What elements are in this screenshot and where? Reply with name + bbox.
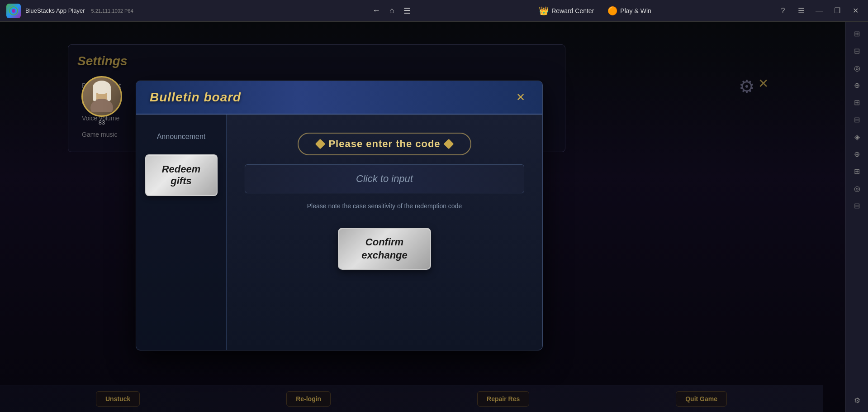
bottom-bar: Unstuck Re-login Repair Res Quit Game [0, 385, 823, 412]
confirm-exchange-button[interactable]: Confirm exchange [338, 228, 431, 270]
settings-title: Settings [77, 54, 556, 68]
sidebar-icon-2[interactable]: ⊟ [849, 43, 865, 59]
bulletin-modal: Bulletin board ✕ Announcement Redeem gif… [136, 81, 543, 350]
bulletin-close-button[interactable]: ✕ [512, 89, 529, 105]
titlebar-nav: ← ⌂ ☰ [363, 6, 420, 16]
close-button[interactable]: ✕ [849, 5, 862, 17]
right-sidebar: ⊞ ⊟ ◎ ⊕ ⊞ ⊟ ◈ ⊕ ⊞ ◎ ⊟ ⚙ [845, 22, 868, 412]
svg-rect-3 [93, 87, 96, 101]
sidebar-icon-10[interactable]: ◎ [849, 180, 865, 196]
svg-point-6 [12, 9, 15, 13]
help-button[interactable]: ? [777, 5, 789, 17]
app-version: 5.21.111.1002 P64 [91, 8, 133, 14]
gear-bg-icon: ⚙ [739, 76, 755, 97]
app-icon [6, 4, 21, 18]
code-hint-text: Please note the case sensitivity of the … [307, 202, 462, 210]
code-badge-bg: Please enter the code [298, 133, 471, 155]
home-button[interactable]: ⌂ [389, 6, 394, 15]
sidebar-icon-5[interactable]: ⊞ [849, 94, 865, 110]
avatar [81, 76, 122, 117]
tab-announcement[interactable]: Announcement [152, 128, 210, 145]
bulletin-title: Bulletin board [150, 90, 241, 105]
bg-close-icon[interactable]: ✕ [758, 76, 768, 91]
repair-res-button[interactable]: Repair Res [477, 391, 529, 407]
maximize-button[interactable]: ❐ [831, 5, 844, 17]
minimize-button[interactable]: — [813, 5, 825, 17]
code-input-wrapper [245, 164, 524, 193]
sidebar-icon-9[interactable]: ⊞ [849, 163, 865, 179]
tab-redeem-gifts[interactable]: Redeem gifts [145, 154, 218, 196]
back-button[interactable]: ← [372, 6, 380, 15]
play-win-label: Play & Win [620, 7, 651, 14]
crown-icon: 👑 [539, 6, 549, 16]
character-level: 83 [99, 119, 105, 126]
titlebar-left: BlueStacks App Player 5.21.111.1002 P64 [0, 4, 363, 18]
diamond-left-icon [315, 139, 326, 149]
diamond-right-icon [443, 139, 454, 149]
bulletin-content: Please enter the code Please note the ca… [227, 115, 542, 350]
confirm-button-label: Confirm exchange [361, 236, 408, 262]
bulletin-sidebar: Announcement Redeem gifts [136, 115, 227, 350]
coin-icon: 🟠 [607, 6, 617, 16]
code-badge: Please enter the code [298, 133, 471, 155]
sidebar-icon-3[interactable]: ◎ [849, 60, 865, 76]
titlebar: BlueStacks App Player 5.21.111.1002 P64 … [0, 0, 868, 22]
titlebar-right: ? ☰ — ❐ ✕ [770, 5, 868, 17]
reward-center-label: Reward Center [551, 7, 594, 14]
sidebar-icon-4[interactable]: ⊕ [849, 77, 865, 93]
bookmark-button[interactable]: ☰ [403, 6, 411, 16]
redeem-gifts-label: Redeem gifts [155, 163, 208, 187]
sidebar-icon-7[interactable]: ◈ [849, 129, 865, 145]
sidebar-icon-more[interactable]: ⚙ [849, 392, 865, 408]
game-background: Settings Priority Target Sound effects V… [0, 22, 845, 412]
sidebar-icon-8[interactable]: ⊕ [849, 146, 865, 162]
sidebar-icon-6[interactable]: ⊟ [849, 111, 865, 128]
svg-rect-4 [107, 87, 111, 101]
code-badge-text: Please enter the code [328, 138, 440, 150]
play-win-button[interactable]: 🟠 Play & Win [607, 6, 651, 16]
reward-center-button[interactable]: 👑 Reward Center [539, 6, 594, 16]
character-area: 83 [81, 76, 122, 126]
menu-button[interactable]: ☰ [795, 5, 807, 17]
titlebar-center: 👑 Reward Center 🟠 Play & Win [420, 6, 770, 16]
sidebar-icon-11[interactable]: ⊟ [849, 197, 865, 214]
bulletin-header: Bulletin board ✕ [136, 81, 542, 115]
unstuck-button[interactable]: Unstuck [96, 391, 140, 407]
code-input[interactable] [245, 164, 524, 193]
app-title: BlueStacks App Player [25, 7, 85, 14]
relogin-button[interactable]: Re-login [286, 391, 331, 407]
bulletin-body: Announcement Redeem gifts Please enter t… [136, 115, 542, 350]
sidebar-icon-1[interactable]: ⊞ [849, 25, 865, 42]
quit-game-button[interactable]: Quit Game [676, 391, 727, 407]
